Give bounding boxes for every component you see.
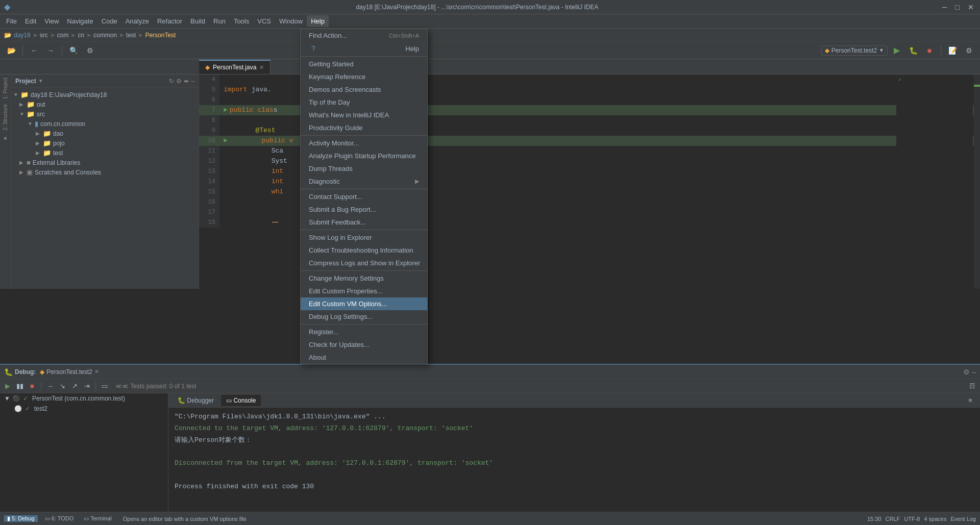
status-indent[interactable]: 4 spaces [924,516,946,522]
menu-submit-bug[interactable]: Submit a Bug Report... [301,203,427,216]
menu-help-item[interactable]: ? Help [301,42,427,55]
breadcrumb-cn[interactable]: cn [78,32,84,39]
tree-ext-libraries[interactable]: ▶ ■ External Libraries [11,158,199,167]
stop-button[interactable]: ■ [922,43,937,58]
menu-getting-started[interactable]: Getting Started [301,58,427,70]
menu-about[interactable]: About [301,351,427,364]
tree-test[interactable]: ▶ 📁 test [11,148,199,158]
close-button[interactable]: ✕ [966,3,976,11]
debug-step-over[interactable]: → [44,381,56,392]
menu-edit-custom-vm[interactable]: Edit Custom VM Options... [301,297,427,310]
toolbar-profile[interactable]: ⚙ [962,43,976,58]
menu-edit[interactable]: Edit [21,15,40,27]
collapse-icon[interactable]: – [191,78,194,85]
debug-button[interactable]: 🐛 [906,43,920,58]
menu-find-action[interactable]: Find Action... Ctrl+Shift+A [301,29,427,42]
tree-src[interactable]: ▼ 📁 src [11,109,199,119]
debug-pause-btn[interactable]: ▮▮ [14,381,26,392]
menu-dump-threads[interactable]: Dump Threads [301,162,427,175]
toolbar-coverage[interactable]: 📝 [945,43,960,58]
sidebar-dropdown-arrow[interactable]: ▼ [38,78,43,84]
menu-debug-log-settings[interactable]: Debug Log Settings... [301,310,427,323]
tree-dao[interactable]: ▶ 📁 dao [11,129,199,138]
menu-change-memory[interactable]: Change Memory Settings [301,272,427,285]
terminal-tool-tab[interactable]: ▭ Terminal [81,515,114,522]
menu-edit-custom-props[interactable]: Edit Custom Properties... [301,285,427,297]
breadcrumb-persontest[interactable]: PersonTest [145,32,176,39]
todo-tool-tab[interactable]: ▭ 6: TODO [42,515,77,522]
menu-diagnostic[interactable]: Diagnostic ▶ [301,175,427,188]
menu-productivity-guide[interactable]: Productivity Guide [301,121,427,134]
tree-pojo[interactable]: ▶ 📁 pojo [11,138,199,148]
menu-navigate[interactable]: Navigate [63,15,97,27]
tree-com-cn-common[interactable]: ▼ ▮ com.cn.common [11,119,199,129]
menu-analyze-plugin[interactable]: Analyze Plugin Startup Performance [301,149,427,162]
debug-step-out[interactable]: ↗ [69,381,80,392]
tab-favorites[interactable]: ★ [2,135,9,142]
menu-view[interactable]: View [40,15,63,27]
gear-icon[interactable]: ⚙ [176,78,182,85]
status-encoding[interactable]: UTF-8 [904,516,920,522]
menu-contact-support[interactable]: Contact Support... [301,190,427,203]
expand-icon[interactable]: ⬌ [184,78,189,85]
breadcrumb-src[interactable]: src [40,32,48,39]
debug-tool-tab[interactable]: ▮ 5: Debug [4,515,38,522]
menu-tip-of-day[interactable]: Tip of the Day [301,96,427,109]
menu-demos-screencasts[interactable]: Demos and Screencasts [301,83,427,96]
menu-register[interactable]: Register... [301,326,427,338]
debug-step-into[interactable]: ↘ [57,381,68,392]
tab-close-btn[interactable]: ✕ [259,64,264,71]
menu-file[interactable]: File [2,15,21,27]
menu-analyze[interactable]: Analyze [121,15,153,27]
debug-resume-btn[interactable]: ▶ [2,381,13,392]
debug-close-tab[interactable]: ✕ [94,368,99,375]
test-item-test2[interactable]: ⚪ ✓ test2 [0,404,168,414]
breadcrumb-test[interactable]: test [126,32,136,39]
menu-check-updates[interactable]: Check for Updates... [301,338,427,351]
menu-whats-new[interactable]: What's New in IntelliJ IDEA [301,109,427,121]
menu-window[interactable]: Window [275,15,307,27]
toolbar-open-file[interactable]: 📂 [4,43,18,58]
status-line-ending[interactable]: CRLF [886,516,900,522]
menu-run[interactable]: Run [209,15,230,27]
menu-submit-feedback[interactable]: Submit Feedback... [301,216,427,229]
menu-compress-logs[interactable]: Compress Logs and Show in Explorer [301,257,427,269]
debug-evaluate[interactable]: ▭ [99,381,110,392]
menu-activity-monitor[interactable]: Activity Monitor... [301,137,427,149]
menu-build[interactable]: Build [186,15,209,27]
minimize-button[interactable]: ─ [940,3,949,11]
breadcrumb-common[interactable]: common [93,32,117,39]
debug-layout-btn[interactable]: ☶ [967,381,978,392]
menu-vcs[interactable]: VCS [253,15,275,27]
debug-run-cursor[interactable]: ⇥ [81,381,92,392]
menu-tools[interactable]: Tools [230,15,253,27]
tree-scratches[interactable]: ▶ ▣ Scratches and Consoles [11,167,199,177]
menu-keymap-reference[interactable]: Keymap Reference [301,70,427,83]
tree-out[interactable]: ▶ 📁 out [11,99,199,109]
toolbar-settings[interactable]: ⚙ [83,43,97,58]
maximize-button[interactable]: □ [953,3,962,11]
debug-minimize-icon[interactable]: – [972,368,976,376]
tab-console[interactable]: ▭ Console [221,395,261,406]
tab-structure[interactable]: 2: Structure [2,103,9,132]
tab-persontest[interactable]: ◆ PersonTest.java ✕ [199,60,271,74]
toolbar-undo[interactable]: ← [27,43,41,58]
breadcrumb-day18[interactable]: day18 [14,32,31,39]
run-button[interactable]: ▶ [890,43,904,58]
toolbar-search[interactable]: 🔍 [66,43,81,58]
menu-code[interactable]: Code [97,15,121,27]
tab-project[interactable]: 1: Project [2,77,9,100]
console-filter-btn[interactable]: ≡ [965,395,976,406]
test-item-persontest[interactable]: ▼ ⚫ ✓ PersonTest (com.cn.common.test) [0,393,168,404]
menu-collect-troubleshooting[interactable]: Collect Troubleshooting Information [301,244,427,257]
event-log-btn[interactable]: Event Log [950,516,976,522]
menu-refactor[interactable]: Refactor [153,15,186,27]
debug-settings-icon[interactable]: ⚙ [963,368,970,376]
toolbar-redo[interactable]: → [43,43,58,58]
sync-icon[interactable]: ↻ [169,78,174,85]
menu-help[interactable]: Help [307,15,329,27]
tree-day18[interactable]: ▼ 📁 day18 E:\JavaProject\day18 [11,90,199,99]
debug-stop-btn[interactable]: ■ [27,381,38,392]
menu-show-log[interactable]: Show Log in Explorer [301,231,427,244]
breadcrumb-com[interactable]: com [57,32,69,39]
